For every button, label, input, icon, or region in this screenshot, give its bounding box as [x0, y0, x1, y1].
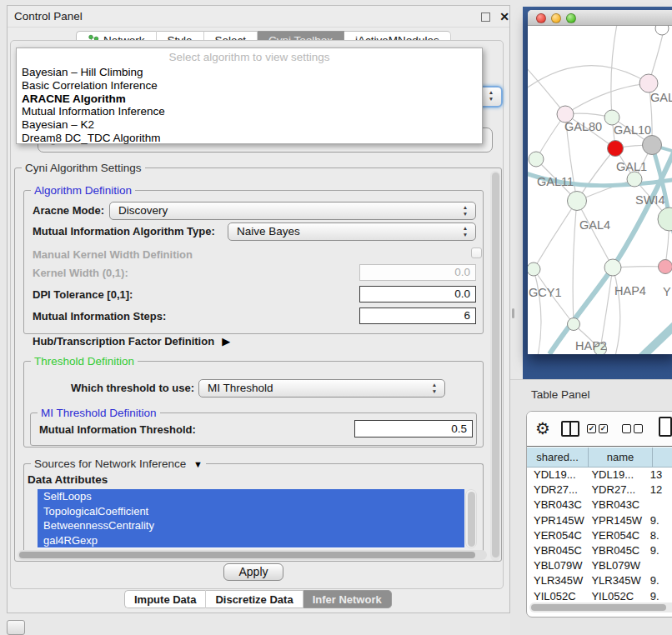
- algorithm-option[interactable]: Mutual Information Inference: [17, 105, 482, 118]
- expand-arrow-icon: ▶: [222, 335, 230, 348]
- attribute-item[interactable]: TopologicalCoefficient: [38, 504, 464, 519]
- combo-value: Discovery: [118, 204, 168, 217]
- network-node[interactable]: [528, 262, 540, 276]
- network-window[interactable]: GALGAL80GAL10GAL1GAL11SWI4GAL4HAP4YGCY1H…: [528, 10, 672, 354]
- algorithm-option[interactable]: Dream8 DC_TDC Algorithm: [17, 132, 482, 145]
- table-row[interactable]: YDR27...YDR27...12: [527, 482, 672, 498]
- network-node[interactable]: [627, 172, 642, 187]
- table-row[interactable]: YBL079WYBL079W: [527, 558, 672, 573]
- unselect-all-icon[interactable]: [634, 424, 643, 433]
- mac-minimize-icon[interactable]: [551, 13, 561, 23]
- tab-impute-data[interactable]: Impute Data: [124, 590, 206, 608]
- network-node[interactable]: [658, 208, 672, 231]
- table-row[interactable]: YER054CYER054C8.: [527, 528, 672, 543]
- tab-discretize-data[interactable]: Discretize Data: [206, 590, 303, 608]
- network-node[interactable]: [643, 136, 662, 155]
- mac-zoom-icon[interactable]: [566, 13, 576, 23]
- mac-close-icon[interactable]: [536, 13, 546, 23]
- screen: Control Panel ✕ NetworkStyleSelectCyni T…: [0, 0, 672, 635]
- show-columns-icon[interactable]: [561, 421, 579, 437]
- manual-kernel-checkbox[interactable]: [471, 248, 482, 258]
- sources-title: Sources for Network Inference: [34, 458, 186, 470]
- aracne-mode-combo[interactable]: Discovery: [109, 202, 476, 220]
- algorithm-option[interactable]: Bayesian – Hill Climbing: [17, 66, 482, 79]
- column-header[interactable]: A: [653, 448, 672, 468]
- scrollbar-thumb[interactable]: [531, 604, 666, 611]
- settings-horizontal-scrollbar[interactable]: [18, 550, 487, 560]
- table-cell: YLR345W: [527, 573, 584, 588]
- data-attributes-label: Data Attributes: [28, 473, 108, 486]
- network-desktop: GALGAL80GAL10GAL1GAL11SWI4GAL4HAP4YGCY1H…: [523, 7, 672, 379]
- table-panel: Table Panel ⚙ ✓ ✓ shared...nameA YDL19..…: [510, 379, 672, 635]
- network-node[interactable]: [529, 152, 544, 167]
- attribute-item[interactable]: SelfLoops: [38, 489, 464, 504]
- tab-infer-network[interactable]: Infer Network: [303, 590, 392, 608]
- table-row[interactable]: YDL19...YDL19...13: [527, 468, 672, 482]
- network-node[interactable]: [655, 26, 669, 35]
- dpi-tolerance-field[interactable]: 0.0: [359, 286, 476, 302]
- table-cell: 12: [645, 482, 672, 498]
- panel-splitter-handle[interactable]: [512, 308, 514, 318]
- attributes-scrollbar[interactable]: [465, 489, 477, 548]
- control-panel-titlebar: Control Panel ✕: [8, 6, 509, 28]
- table-cell: YIL052C: [584, 589, 644, 603]
- table-row[interactable]: YBR045CYBR045C9.: [527, 543, 672, 558]
- scrollbar-thumb[interactable]: [492, 172, 499, 558]
- kernel-width-field[interactable]: 0.0: [359, 264, 476, 281]
- algorithm-option[interactable]: ARACNE Algorithm: [17, 92, 482, 106]
- apply-button[interactable]: Apply: [223, 563, 283, 581]
- table-row[interactable]: YPR145WYPR145W9.: [527, 513, 672, 528]
- node-label: GAL1: [616, 160, 647, 173]
- network-node[interactable]: [659, 260, 672, 274]
- dpi-tolerance-label: DPI Tolerance [0,1]:: [33, 288, 133, 301]
- node-label: GAL: [650, 91, 672, 104]
- control-panel: Control Panel ✕ NetworkStyleSelectCyni T…: [7, 5, 510, 613]
- combo-value: Naive Bayes: [237, 225, 300, 238]
- sources-expander[interactable]: Sources for Network Inference ▼: [31, 458, 206, 470]
- algorithm-option[interactable]: Basic Correlation Inference: [17, 79, 482, 92]
- settings-vertical-scrollbar[interactable]: [490, 171, 500, 561]
- group-title: Algorithm Definition: [31, 184, 135, 197]
- scrollbar-thumb[interactable]: [468, 492, 475, 547]
- network-node[interactable]: [608, 141, 624, 157]
- attribute-item[interactable]: BetweennessCentrality: [38, 518, 464, 533]
- network-node[interactable]: [639, 74, 658, 92]
- collapse-arrow-icon: ▼: [193, 459, 203, 469]
- mi-threshold-field[interactable]: 0.5: [354, 420, 473, 438]
- column-header[interactable]: shared...: [527, 448, 589, 468]
- combo-arrows-icon: [461, 204, 469, 218]
- node-label: HAP4: [614, 284, 646, 298]
- select-all-icon[interactable]: ✓: [599, 424, 608, 433]
- gear-icon[interactable]: ⚙: [535, 418, 550, 438]
- panel-collapse-button[interactable]: [7, 620, 25, 635]
- mi-threshold-label: Mutual Information Threshold:: [39, 423, 196, 436]
- network-window-titlebar[interactable]: [528, 10, 672, 26]
- column-header[interactable]: name: [589, 448, 653, 468]
- table-row[interactable]: YLR345WYLR345W9.: [527, 573, 672, 588]
- cyni-bottom-tabs: Impute DataDiscretize DataInfer Network: [124, 590, 392, 608]
- table-horizontal-scrollbar[interactable]: [529, 602, 672, 612]
- network-canvas[interactable]: GALGAL80GAL10GAL1GAL11SWI4GAL4HAP4YGCY1H…: [528, 26, 672, 354]
- network-node[interactable]: [604, 259, 621, 276]
- table-cell: YDR27...: [584, 482, 644, 498]
- scrollbar-thumb[interactable]: [19, 552, 475, 558]
- new-column-icon[interactable]: [659, 417, 672, 437]
- which-threshold-combo[interactable]: MI Threshold: [198, 379, 445, 398]
- hub-definition-expander[interactable]: Hub/Transcription Factor Definition ▶: [33, 334, 230, 348]
- float-panel-icon[interactable]: [481, 12, 490, 22]
- algorithm-option[interactable]: Bayesian – K2: [17, 118, 482, 132]
- network-edge: [534, 201, 577, 269]
- table-row[interactable]: YBR043CYBR043C: [527, 498, 672, 512]
- table-cell: YDL19...: [527, 468, 584, 482]
- attribute-item[interactable]: gal4RGexp: [38, 533, 464, 548]
- close-icon[interactable]: ✕: [498, 9, 511, 24]
- attributes-list: SelfLoopsTopologicalCoefficientBetweenne…: [38, 489, 464, 548]
- network-node[interactable]: [568, 318, 580, 331]
- unselect-all-icon[interactable]: [622, 424, 631, 433]
- select-all-icon[interactable]: ✓: [587, 424, 596, 433]
- table-row[interactable]: YIL052CYIL052C9.: [527, 589, 672, 603]
- node-label: GAL4: [579, 218, 610, 232]
- mi-type-combo[interactable]: Naive Bayes: [228, 222, 476, 241]
- network-node[interactable]: [568, 192, 587, 211]
- mi-steps-field[interactable]: 6: [359, 308, 476, 324]
